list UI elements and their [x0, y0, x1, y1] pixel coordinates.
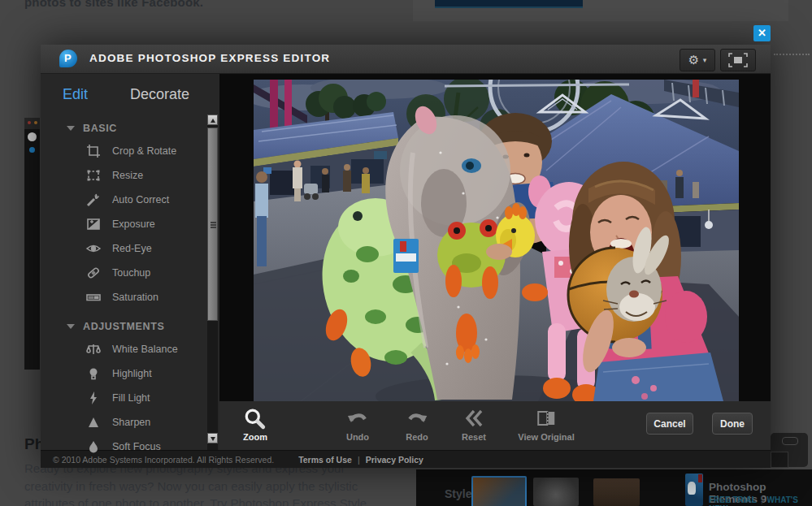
- reset-tool[interactable]: Reset: [462, 408, 486, 442]
- photoshop-express-editor-dialog: ✕ P ADOBE PHOTOSHOP EXPRESS EDITOR ⚙ ▾ E…: [41, 45, 771, 467]
- redo-tool[interactable]: Redo: [406, 408, 428, 442]
- sidebar-item-highlight[interactable]: Highlight: [41, 361, 219, 386]
- mini-browser-chrome: [24, 118, 40, 129]
- sidebar-item-auto-correct[interactable]: Auto Correct: [41, 188, 219, 212]
- sidebar-item-resize[interactable]: Resize: [41, 163, 219, 188]
- undo-tool[interactable]: Undo: [346, 408, 369, 442]
- background-control-box: [771, 452, 788, 468]
- tab-edit[interactable]: Edit: [63, 86, 88, 103]
- tool-list: BASIC Crop & Rotate: [41, 115, 219, 459]
- done-button[interactable]: Done: [712, 413, 753, 435]
- mode-tabs: Edit Decorate: [41, 74, 219, 115]
- sidebar-item-crop-rotate[interactable]: Crop & Rotate: [41, 139, 219, 163]
- tab-decorate[interactable]: Decorate: [130, 86, 189, 103]
- undo-icon: [347, 408, 368, 429]
- zoom-tool[interactable]: Zoom: [243, 408, 267, 442]
- privacy-policy-link[interactable]: Privacy Policy: [366, 455, 423, 465]
- mini-logo-icon: [29, 147, 35, 153]
- background-navy-button[interactable]: [435, 0, 583, 8]
- style-thumbnail-selected[interactable]: [471, 476, 527, 506]
- background-dotted-divider: [774, 54, 810, 55]
- mini-close-dot: [28, 121, 31, 124]
- photo-canvas[interactable]: [254, 80, 739, 401]
- gear-icon: ⚙: [688, 53, 699, 67]
- redo-icon: [406, 408, 428, 429]
- edit-sidebar: Edit Decorate BASIC Crop & Rotate: [41, 74, 219, 450]
- exposure-icon: [85, 216, 102, 232]
- cancel-button[interactable]: Cancel: [646, 413, 693, 435]
- fullscreen-icon: [727, 53, 749, 67]
- sidebar-item-exposure[interactable]: Exposure: [41, 212, 219, 236]
- scrollbar-thumb[interactable]: [207, 128, 218, 321]
- section-basic[interactable]: BASIC: [41, 118, 219, 139]
- editor-header: P ADOBE PHOTOSHOP EXPRESS EDITOR ⚙ ▾: [41, 45, 771, 74]
- auto-correct-icon: [85, 192, 102, 208]
- soft-focus-icon: [85, 439, 102, 455]
- photoshop-express-logo-icon: P: [59, 50, 77, 67]
- view-original-icon: [536, 408, 557, 429]
- section-collapse-icon: [67, 324, 75, 329]
- sidebar-item-sharpen[interactable]: Sharpen: [41, 410, 219, 435]
- product-boxshot: [685, 474, 703, 506]
- editing-canvas: [219, 74, 771, 401]
- background-screenshot-sliver: [24, 118, 40, 370]
- section-adjustments[interactable]: ADJUSTMENTS: [41, 316, 219, 337]
- scroll-up-button[interactable]: [207, 115, 218, 125]
- zoom-icon: [244, 408, 267, 430]
- section-collapse-icon: [67, 126, 75, 131]
- settings-button[interactable]: ⚙ ▾: [680, 49, 715, 71]
- styles-strip: Styles Photoshop Elements 9 FREE TRIAL|W…: [416, 469, 812, 506]
- mini-back-button: [28, 132, 37, 141]
- chevron-down-icon: ▾: [703, 56, 707, 64]
- mini-minimize-dot: [34, 121, 37, 124]
- close-button[interactable]: ✕: [753, 25, 771, 41]
- fill-light-icon: [85, 390, 102, 406]
- sidebar-item-saturation[interactable]: Saturation: [41, 285, 219, 309]
- view-original-tool[interactable]: View Original: [518, 408, 575, 442]
- editor-title: ADOBE PHOTOSHOP EXPRESS EDITOR: [89, 52, 330, 64]
- white-balance-icon: [85, 341, 102, 357]
- sidebar-item-red-eye[interactable]: Red-Eye: [41, 236, 219, 261]
- fullscreen-button[interactable]: [720, 49, 756, 71]
- style-thumbnail[interactable]: [533, 478, 579, 506]
- crop-rotate-icon: [85, 143, 102, 159]
- editor-toolbar: Zoom Undo Redo: [219, 401, 771, 450]
- touchup-icon: [85, 265, 102, 281]
- background-page-text: photos to sites like Facebook.: [24, 0, 203, 9]
- sidebar-item-fill-light[interactable]: Fill Light: [41, 386, 219, 410]
- sidebar-item-white-balance[interactable]: White Balance: [41, 337, 219, 361]
- scroll-down-button[interactable]: [207, 433, 218, 443]
- background-panel: [413, 0, 788, 21]
- saturation-icon: [85, 289, 102, 305]
- sidebar-item-soft-focus[interactable]: Soft Focus: [41, 435, 219, 459]
- sidebar-scrollbar[interactable]: [207, 115, 218, 450]
- resize-icon: [85, 167, 102, 184]
- close-icon: ✕: [758, 27, 766, 39]
- screen: photos to sites like Facebook. Ph Ready …: [0, 0, 812, 506]
- reset-icon: [463, 408, 484, 429]
- product-links: FREE TRIAL|WHAT'S NEW: [709, 495, 812, 506]
- highlight-icon: [85, 365, 102, 382]
- terms-of-use-link[interactable]: Terms of Use: [298, 455, 352, 465]
- red-eye-icon: [85, 240, 102, 257]
- sidebar-item-touchup[interactable]: Touchup: [41, 261, 219, 285]
- style-thumbnail[interactable]: [593, 478, 640, 506]
- sharpen-icon: [85, 414, 102, 430]
- free-trial-link[interactable]: FREE TRIAL: [709, 495, 757, 504]
